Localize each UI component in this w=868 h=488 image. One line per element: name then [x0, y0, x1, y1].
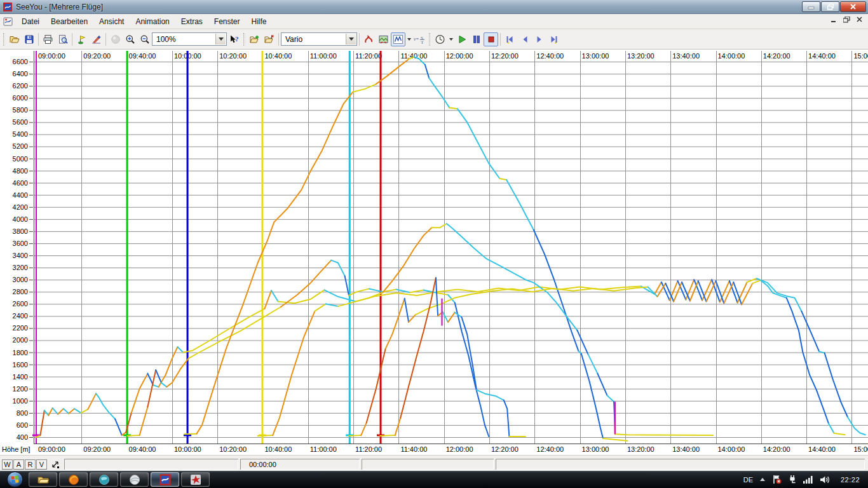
svg-text:09:40:00: 09:40:00 [129, 445, 156, 453]
taskbar-app-flight-app[interactable] [181, 472, 210, 487]
svg-text:11:20:00: 11:20:00 [355, 52, 382, 60]
save-button[interactable] [22, 32, 36, 46]
route-3d-icon [363, 34, 374, 44]
zoom-combo[interactable]: 100% [152, 32, 227, 46]
svg-text:14:20:00: 14:20:00 [763, 445, 790, 453]
globe-button[interactable] [108, 32, 123, 46]
svg-text:3800: 3800 [13, 227, 28, 235]
taskbar-app-google-earth[interactable] [120, 472, 149, 487]
menu-item-fenster[interactable]: Fenster [208, 15, 246, 29]
taskbar-app-web-globe[interactable] [90, 472, 118, 487]
network-signal-icon[interactable] [803, 475, 813, 484]
svg-text:13:40:00: 13:40:00 [672, 52, 700, 60]
status-field-1 [64, 459, 238, 470]
restore-button[interactable] [821, 1, 839, 12]
menu-item-animation[interactable]: Animation [130, 15, 175, 29]
svg-text:3400: 3400 [13, 252, 28, 259]
start-button[interactable] [7, 471, 23, 487]
zoom-out-button[interactable] [137, 32, 152, 46]
svg-text:1400: 1400 [13, 373, 28, 381]
taskbar-app-explorer[interactable] [29, 472, 57, 487]
mdi-close-button[interactable] [857, 17, 863, 23]
chevron-down-icon[interactable] [215, 34, 226, 44]
minimize-button[interactable] [802, 1, 820, 12]
menu-item-ansicht[interactable]: Ansicht [93, 15, 130, 29]
pan-mode-icon[interactable] [49, 459, 62, 470]
chevron-down-icon[interactable] [346, 34, 356, 44]
menu-item-bearbeiten[interactable]: Bearbeiten [45, 15, 93, 29]
svg-text:09:00:00: 09:00:00 [38, 52, 65, 60]
zoom-in-button[interactable] [123, 32, 137, 46]
flight-trace-flight-6 [380, 278, 526, 437]
svg-text:12:20:00: 12:20:00 [491, 445, 519, 453]
flight-graph-button[interactable] [391, 32, 405, 46]
taskbar-clock[interactable]: 22:22 [841, 476, 860, 484]
toolbar-grip[interactable] [243, 33, 245, 46]
speed-vst-button[interactable]: v=ST [412, 32, 427, 46]
menu-item-extras[interactable]: Extras [175, 15, 208, 29]
nav-prev-button[interactable] [517, 32, 532, 46]
power-plug-icon[interactable] [788, 475, 797, 484]
taskbar-app-seeyou[interactable] [151, 472, 179, 487]
svg-text:5000: 5000 [13, 155, 28, 163]
menu-item-hilfe[interactable]: Hilfe [246, 15, 273, 29]
edit-tools-button[interactable] [89, 32, 104, 46]
view-tab-a[interactable]: A [13, 459, 24, 470]
svg-text:10:40:00: 10:40:00 [265, 52, 292, 60]
view-tab-r[interactable]: R [25, 459, 36, 470]
close-button[interactable] [840, 1, 866, 12]
open-button[interactable] [7, 32, 22, 46]
language-indicator[interactable]: DE [743, 476, 753, 484]
taskbar-app-firefox[interactable] [59, 472, 88, 487]
grid-lines [34, 51, 868, 444]
svg-text:400: 400 [17, 433, 28, 441]
svg-text:2000: 2000 [13, 336, 28, 344]
graph-dropdown[interactable] [405, 32, 412, 46]
help-pointer-icon: ? [229, 34, 240, 44]
print-preview-button[interactable] [55, 32, 70, 46]
svg-text:10:20:00: 10:20:00 [219, 445, 247, 453]
route-3d-button[interactable] [362, 32, 376, 46]
waypoint-flag-button[interactable] [74, 32, 89, 46]
photo-map-icon [378, 34, 389, 44]
vario-combo[interactable]: Vario [281, 32, 357, 46]
action-center-flag-icon[interactable] [772, 475, 782, 484]
stop-button[interactable] [484, 32, 498, 46]
svg-text:12:40:00: 12:40:00 [536, 52, 564, 60]
view-tab-w[interactable]: W [2, 459, 13, 470]
clock-dropdown[interactable] [447, 32, 454, 46]
photo-map-button[interactable] [376, 32, 391, 46]
remove-flight-button[interactable] [262, 32, 276, 46]
barogram-chart[interactable]: 6600640062006000580056005400520050004800… [0, 50, 868, 455]
volume-icon[interactable] [820, 475, 831, 484]
play-icon [457, 34, 467, 44]
system-tray: DE 22:22 [743, 475, 868, 484]
svg-text:10:00:00: 10:00:00 [174, 445, 201, 453]
print-preview-icon [58, 34, 68, 44]
status-bar: WARV 00:00:00 [0, 455, 868, 471]
remove-flight-icon [264, 34, 275, 44]
pause-button[interactable] [469, 32, 484, 46]
svg-text:10:20:00: 10:20:00 [219, 52, 247, 60]
help-pointer-button[interactable]: ? [227, 32, 241, 46]
toolbar-grip[interactable] [429, 33, 431, 46]
mdi-minimize-button[interactable] [831, 17, 837, 23]
animation-clock-button[interactable] [433, 32, 447, 46]
mdi-restore-button[interactable] [843, 17, 850, 23]
nav-next-icon [534, 34, 545, 44]
svg-text:4600: 4600 [13, 179, 28, 187]
show-hidden-icons-button[interactable] [759, 477, 766, 482]
nav-last-button[interactable] [546, 32, 561, 46]
menu-item-datei[interactable]: Datei [16, 15, 45, 29]
svg-text:4800: 4800 [13, 167, 28, 175]
explorer-icon [37, 475, 50, 485]
add-flight-button[interactable] [247, 32, 262, 46]
print-button[interactable] [41, 32, 55, 46]
menu-bar: DateiBearbeitenAnsichtAnimationExtrasFen… [0, 14, 868, 29]
nav-next-button[interactable] [532, 32, 546, 46]
view-tab-v[interactable]: V [36, 459, 47, 470]
play-button[interactable] [454, 32, 469, 46]
globe-icon [111, 34, 121, 44]
nav-first-button[interactable] [503, 32, 517, 46]
toolbar-grip[interactable] [3, 33, 5, 46]
